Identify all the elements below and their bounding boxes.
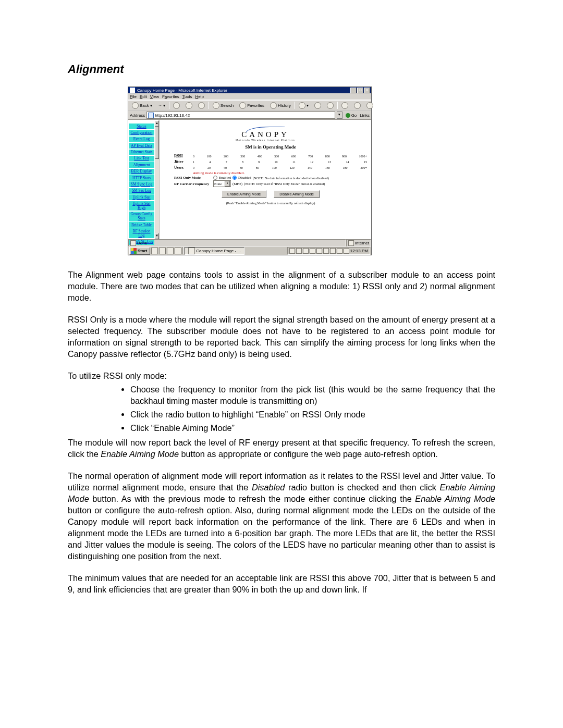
windows-icon <box>131 248 137 254</box>
tray-icon[interactable] <box>323 248 329 254</box>
quicklaunch-icon[interactable] <box>151 248 158 254</box>
paragraph: The Alignment web page contains tools to… <box>68 269 495 303</box>
rssi-disabled-radio[interactable] <box>232 176 237 180</box>
tray-icon[interactable] <box>310 248 315 254</box>
nav-http-stats[interactable]: HTTP Stats <box>129 175 154 181</box>
messenger-icon <box>366 102 373 109</box>
nav-rf-session-log[interactable]: RF Session Log <box>129 228 154 238</box>
related-button[interactable] <box>352 102 363 109</box>
refresh-button[interactable] <box>183 102 194 109</box>
nav-ap-eval-data[interactable]: AP Eval Data <box>129 143 154 149</box>
tray-icon[interactable] <box>344 248 349 254</box>
nav-scrollbar[interactable]: ▲ ▼ <box>155 120 160 239</box>
scroll-thumb[interactable] <box>155 127 159 159</box>
nav-alignment[interactable]: Alignment <box>129 162 154 168</box>
menu-help[interactable]: Help <box>195 94 204 99</box>
zone-icon <box>348 240 354 246</box>
stop-icon <box>173 102 180 109</box>
quicklaunch-icon[interactable] <box>175 248 181 254</box>
address-bar: Address http://192.93.18.42 ▾ Go Links <box>128 110 371 120</box>
edit-button[interactable] <box>325 102 336 109</box>
canopy-nav: Status Configuration Event Log AP Eval D… <box>128 120 155 239</box>
chevron-down-icon: ▾ <box>163 103 165 108</box>
nav-configuration[interactable]: Configuration <box>129 130 154 135</box>
minimize-button[interactable]: _ <box>350 88 357 93</box>
nav-bridge-table[interactable]: Bridge Table <box>129 222 154 228</box>
nav-group-config-stats[interactable]: Group Config Stats <box>129 212 154 221</box>
address-label: Address <box>130 113 145 118</box>
nav-status[interactable]: Status <box>129 124 154 129</box>
screenshot: Canopy Home Page - Microsoft Internet Ex… <box>128 87 371 255</box>
tray-icon[interactable] <box>337 248 342 254</box>
mail-button[interactable]: ▾ <box>297 102 311 109</box>
tray-icon[interactable] <box>316 248 322 254</box>
taskbar-app-button[interactable]: Canopy Home Page - ... <box>185 247 244 255</box>
maximize-button[interactable]: □ <box>357 88 363 93</box>
aiming-mode-status: Aiming mode is currently disabled. <box>193 171 367 175</box>
status-text: Done <box>137 241 147 245</box>
nav-uplink-stat-high[interactable]: Uplink Stat High <box>129 201 154 211</box>
menu-edit[interactable]: Edit <box>140 94 147 99</box>
print-button[interactable] <box>312 102 323 109</box>
quicklaunch-icon[interactable] <box>159 248 166 254</box>
menu-tools[interactable]: Tools <box>182 94 192 99</box>
menu-favorites[interactable]: Favorites <box>162 94 179 99</box>
messenger-button[interactable] <box>364 102 375 109</box>
tray-icon[interactable] <box>289 248 295 254</box>
document-page: Alignment Canopy Home Page - Microsoft I… <box>0 0 563 637</box>
tray-icon[interactable] <box>303 248 309 254</box>
nav-sm-sync-log[interactable]: SM Sync Log <box>129 181 154 187</box>
address-dropdown[interactable]: ▾ <box>337 112 342 119</box>
rssi-only-row: RSSI Only Mode Enabled Disabled (NOTE: N… <box>174 176 367 180</box>
discuss-button[interactable] <box>339 102 350 109</box>
page-icon <box>148 113 154 118</box>
home-icon <box>198 102 205 109</box>
tray-icon[interactable] <box>330 248 336 254</box>
go-button[interactable]: Go <box>344 112 359 118</box>
nav-sm-ses-log[interactable]: SM Ses Log <box>129 188 154 194</box>
links-label[interactable]: Links <box>360 113 370 118</box>
related-icon <box>354 102 361 109</box>
status-bar: Done Internet <box>128 239 371 246</box>
history-button[interactable]: History <box>268 102 293 109</box>
nav-event-log[interactable]: Event Log <box>129 137 154 142</box>
favorites-button[interactable]: Favorites <box>237 102 266 109</box>
enable-aiming-button[interactable]: Enable Aiming Mode <box>222 190 266 198</box>
search-button[interactable]: Search <box>211 102 236 109</box>
close-button[interactable]: × <box>364 88 370 93</box>
rf-carrier-select[interactable]: None▾ <box>213 180 231 187</box>
rf-carrier-unit: (MHz) <box>232 182 242 186</box>
paragraph: The module will now report back the leve… <box>68 437 495 460</box>
go-icon <box>346 113 350 118</box>
paragraph: The minimum values that are needed for a… <box>68 572 495 595</box>
scroll-down-icon[interactable]: ▼ <box>155 233 159 239</box>
rssi-enabled-radio[interactable] <box>213 176 217 180</box>
menu-file[interactable]: File <box>130 94 137 99</box>
scroll-up-icon[interactable]: ▲ <box>155 120 159 127</box>
list-item: Click the radio button to highlight “Ena… <box>130 409 495 420</box>
chevron-down-icon: ▾ <box>225 181 230 187</box>
status-zone: Internet <box>355 241 369 245</box>
stop-button[interactable] <box>171 102 182 109</box>
nav-ber-display[interactable]: BER Display <box>129 169 154 175</box>
users-ticks: 020406080100120140160180200+ <box>193 166 367 169</box>
quicklaunch-icon[interactable] <box>167 248 174 254</box>
ie-icon <box>188 248 195 254</box>
tray-icon[interactable] <box>296 248 302 254</box>
address-input[interactable]: http://192.93.18.42 <box>146 112 335 119</box>
address-value: http://192.93.18.42 <box>155 113 190 118</box>
menu-view[interactable]: View <box>150 94 159 99</box>
search-icon <box>213 102 219 109</box>
rf-carrier-label: RF Carrier Frequency <box>174 182 212 186</box>
forward-button[interactable]: →▾ <box>156 102 167 109</box>
nav-uplink-stat[interactable]: Uplink Stat <box>129 194 154 200</box>
start-button[interactable]: Start <box>129 247 150 255</box>
disable-aiming-button[interactable]: Disable Aiming Mode <box>274 190 320 198</box>
nav-link-test[interactable]: Link Test <box>129 156 154 162</box>
back-button[interactable]: Back▾ <box>130 102 154 109</box>
aiming-hint: (Push "Enable Aiming Mode" button to man… <box>174 201 367 205</box>
jitter-label: Jitter <box>174 159 193 164</box>
nav-ethernet-stats[interactable]: Ethernet Stats <box>129 150 154 155</box>
home-button[interactable] <box>196 102 207 109</box>
menu-bar: File Edit View Favorites Tools Help <box>128 93 371 100</box>
